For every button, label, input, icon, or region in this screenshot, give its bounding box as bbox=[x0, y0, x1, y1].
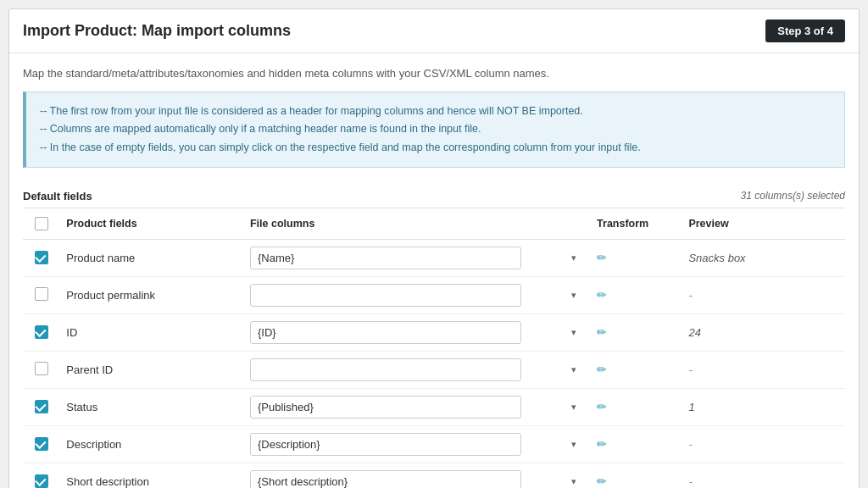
col-header-product-fields: Product fields bbox=[59, 208, 243, 240]
row-checkbox-cell bbox=[23, 313, 59, 351]
page-wrapper: Import Product: Map import columns Step … bbox=[8, 8, 860, 488]
page-header: Import Product: Map import columns Step … bbox=[9, 9, 859, 53]
edit-icon[interactable]: ✏ bbox=[597, 474, 607, 488]
row-field-name: Product permalink bbox=[59, 276, 243, 313]
row-checkbox-2[interactable] bbox=[35, 325, 48, 339]
row-field-name: Parent ID bbox=[59, 351, 243, 388]
row-preview-value: Snacks box bbox=[688, 252, 745, 264]
row-preview-cell: - bbox=[682, 463, 845, 488]
info-line-3: -- In the case of empty fields, you can … bbox=[40, 139, 831, 157]
row-file-column-select-2[interactable]: {ID} bbox=[250, 321, 521, 344]
row-field-name: Short description bbox=[59, 463, 243, 488]
edit-icon[interactable]: ✏ bbox=[597, 400, 607, 413]
section-header: Default fields 31 columns(s) selected bbox=[23, 183, 845, 208]
row-file-column-select-0[interactable]: {Name} bbox=[250, 247, 521, 269]
mapping-table: Product fields File columns Transform Pr… bbox=[23, 208, 845, 488]
row-field-name: Description bbox=[59, 425, 243, 463]
row-preview-value: - bbox=[688, 289, 692, 302]
chevron-down-icon: ▾ bbox=[571, 364, 576, 375]
edit-icon[interactable]: ✏ bbox=[597, 437, 607, 451]
row-checkbox-0[interactable] bbox=[35, 251, 48, 264]
chevron-down-icon: ▾ bbox=[571, 402, 576, 413]
col-header-transform: Transform bbox=[590, 208, 682, 240]
row-preview-cell: - bbox=[682, 425, 845, 463]
row-checkbox-cell bbox=[23, 388, 59, 425]
edit-icon[interactable]: ✏ bbox=[597, 288, 607, 302]
row-checkbox-cell bbox=[23, 425, 59, 463]
page-title: Import Product: Map import columns bbox=[23, 22, 291, 40]
row-checkbox-6[interactable] bbox=[35, 474, 48, 488]
row-transform-cell: ✏ bbox=[590, 351, 682, 388]
row-preview-value: 24 bbox=[688, 326, 700, 339]
row-transform-cell: ✏ bbox=[590, 239, 682, 276]
row-preview-cell: Snacks box bbox=[682, 239, 845, 276]
description-text: Map the standard/meta/attributes/taxonom… bbox=[23, 67, 845, 80]
table-header-row: Product fields File columns Transform Pr… bbox=[23, 208, 845, 240]
row-transform-cell: ✏ bbox=[590, 276, 682, 313]
row-field-name: Status bbox=[59, 388, 243, 425]
edit-icon[interactable]: ✏ bbox=[597, 325, 607, 339]
columns-selected: 31 columns(s) selected bbox=[741, 190, 845, 202]
row-file-column-cell: {ID}▾ bbox=[243, 313, 590, 351]
step-badge: Step 3 of 4 bbox=[765, 19, 845, 42]
chevron-down-icon: ▾ bbox=[571, 290, 576, 301]
table-row: ID{ID}▾✏24 bbox=[23, 313, 845, 351]
row-file-column-cell: ▾ bbox=[243, 351, 590, 388]
col-header-file-columns: File columns bbox=[243, 208, 590, 240]
row-transform-cell: ✏ bbox=[590, 425, 682, 463]
section-title: Default fields bbox=[23, 190, 92, 202]
row-preview-value: 1 bbox=[688, 401, 694, 413]
chevron-down-icon: ▾ bbox=[571, 327, 576, 338]
table-row: Product permalink▾✏- bbox=[23, 276, 845, 313]
row-preview-cell: 24 bbox=[682, 313, 845, 351]
row-transform-cell: ✏ bbox=[590, 463, 682, 488]
row-checkbox-cell bbox=[23, 351, 59, 388]
row-checkbox-5[interactable] bbox=[35, 437, 48, 451]
row-preview-value: - bbox=[688, 363, 692, 376]
row-transform-cell: ✏ bbox=[590, 388, 682, 425]
table-row: Parent ID▾✏- bbox=[23, 351, 845, 388]
row-checkbox-cell bbox=[23, 463, 59, 488]
row-file-column-cell: ▾ bbox=[243, 276, 590, 313]
chevron-down-icon: ▾ bbox=[571, 476, 576, 487]
col-header-preview: Preview bbox=[682, 208, 845, 240]
row-checkbox-cell bbox=[23, 239, 59, 276]
select-all-checkbox[interactable] bbox=[35, 217, 48, 230]
info-line-1: -- The first row from your input file is… bbox=[40, 103, 831, 120]
row-preview-value: - bbox=[688, 475, 692, 488]
row-preview-cell: - bbox=[682, 276, 845, 313]
row-file-column-cell: {Name}▾ bbox=[243, 239, 590, 276]
row-file-column-select-4[interactable]: {Published} bbox=[250, 396, 521, 419]
table-body: Product name{Name}▾✏Snacks boxProduct pe… bbox=[23, 239, 845, 488]
row-checkbox-cell bbox=[23, 276, 59, 313]
info-box: -- The first row from your input file is… bbox=[23, 92, 845, 168]
table-row: Status{Published}▾✏1 bbox=[23, 388, 845, 425]
row-transform-cell: ✏ bbox=[590, 313, 682, 351]
row-field-name: Product name bbox=[59, 239, 243, 276]
row-preview-value: - bbox=[688, 438, 692, 451]
row-file-column-select-3[interactable] bbox=[250, 358, 521, 381]
row-preview-cell: 1 bbox=[682, 388, 845, 425]
chevron-down-icon: ▾ bbox=[571, 439, 576, 450]
row-checkbox-4[interactable] bbox=[35, 400, 48, 413]
row-preview-cell: - bbox=[682, 351, 845, 388]
table-row: Description{Description}▾✏- bbox=[23, 425, 845, 463]
chevron-down-icon: ▾ bbox=[571, 252, 576, 263]
row-file-column-select-5[interactable]: {Description} bbox=[250, 433, 521, 456]
info-line-2: -- Columns are mapped automatically only… bbox=[40, 120, 831, 138]
table-row: Product name{Name}▾✏Snacks box bbox=[23, 239, 845, 276]
table-row: Short description{Short description}▾✏- bbox=[23, 463, 845, 488]
row-checkbox-3[interactable] bbox=[35, 362, 48, 375]
row-file-column-cell: {Description}▾ bbox=[243, 425, 590, 463]
edit-icon[interactable]: ✏ bbox=[597, 251, 607, 264]
row-checkbox-1[interactable] bbox=[35, 287, 48, 301]
row-file-column-select-6[interactable]: {Short description} bbox=[250, 470, 521, 488]
row-file-column-cell: {Published}▾ bbox=[243, 388, 590, 425]
row-file-column-select-1[interactable] bbox=[250, 284, 521, 307]
page-body: Map the standard/meta/attributes/taxonom… bbox=[9, 53, 859, 488]
row-file-column-cell: {Short description}▾ bbox=[243, 463, 590, 488]
row-field-name: ID bbox=[59, 313, 243, 351]
edit-icon[interactable]: ✏ bbox=[597, 363, 607, 376]
col-header-checkbox bbox=[23, 208, 59, 240]
